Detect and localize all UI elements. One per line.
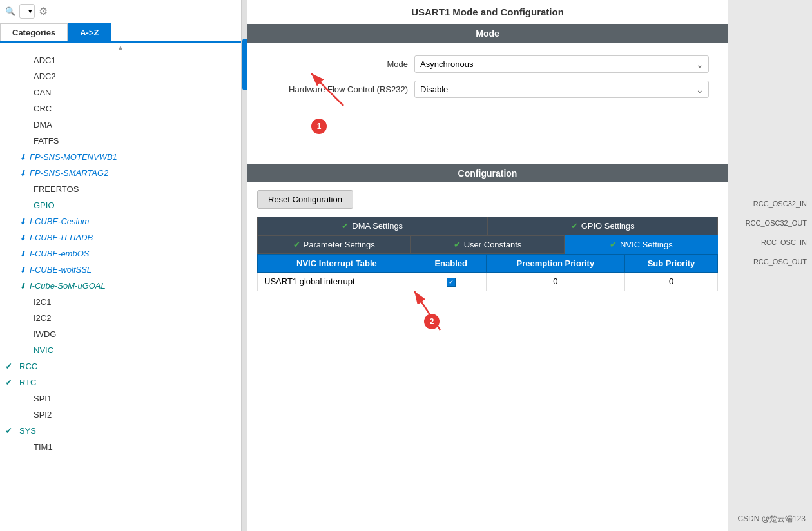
sidebar-item-label: FATFS [34,136,59,146]
sidebar-item-label: GPIO [34,200,55,210]
sidebar-item-icube-wolfssl[interactable]: ⬇ I-CUBE-wolfSSL [0,262,241,278]
mode-select[interactable]: Asynchronous Synchronous Disabled [414,55,709,73]
reset-configuration-button[interactable]: Reset Configuration [257,190,353,209]
search-icon: 🔍 [5,6,15,16]
sidebar-item-label: SPI2 [34,410,52,420]
download-icon: ⬇ [19,169,26,178]
tab-label: User Constants [464,240,522,249]
check-icon: ✔ [342,221,349,231]
config-tab-row-1: ✔ DMA Settings ✔ GPIO Settings [257,217,718,235]
tab-label: GPIO Settings [581,221,635,231]
sidebar-item-adc1[interactable]: ADC1 [0,52,241,68]
config-section-header: Configuration [247,164,728,182]
tab-user-constants[interactable]: ✔ User Constants [411,235,564,254]
sidebar-item-can[interactable]: CAN [0,84,241,101]
sidebar-item-label: I2C1 [34,297,51,307]
tab-label: NVIC Settings [620,240,673,249]
check-placeholder [19,329,30,339]
sidebar-item-label: I-CUBE-ITTIADB [30,233,93,242]
download-icon: ⬇ [19,282,26,291]
sidebar-item-label: ADC1 [34,55,56,65]
check-placeholder [19,104,30,113]
main-content: USART1 Mode and Configuration Mode Mode … [247,0,728,531]
tab-parameter-settings[interactable]: ✔ Parameter Settings [257,235,411,254]
sidebar-item-icube-embos[interactable]: ⬇ I-CUBE-embOS [0,246,241,262]
hw-flow-select-wrap: Disable Enable [414,81,709,98]
nvic-sub-cell: 0 [625,273,718,291]
check-placeholder [19,55,30,65]
mode-section-header: Mode [247,24,728,43]
download-icon: ⬇ [19,266,26,275]
sidebar-item-iwdg[interactable]: IWDG [0,326,241,342]
sidebar-item-fp-sns-1[interactable]: ⬇ FP-SNS-MOTENVWB1 [0,149,241,165]
sidebar-item-adc2[interactable]: ADC2 [0,68,241,84]
nvic-col-sub: Sub Priority [625,255,718,273]
download-icon: ⬇ [19,217,26,226]
sidebar-item-label: RTC [19,378,36,387]
check-placeholder [19,200,30,210]
gear-icon[interactable]: ⚙ [39,5,48,17]
csdn-watermark: CSDN @楚云端123 [737,514,806,525]
search-bar: 🔍 ⚙ [0,0,241,23]
search-dropdown[interactable] [19,4,35,19]
sidebar-item-label: DMA [34,120,52,130]
nvic-table-row: USART1 global interrupt ✓ 0 0 [258,273,718,291]
annotation-1: 1 [311,119,327,134]
sidebar-item-dma[interactable]: DMA [0,117,241,133]
scroll-up-arrow[interactable]: ▲ [0,43,241,52]
sidebar-item-label: SYS [19,426,36,436]
tab-categories[interactable]: Categories [0,23,68,41]
tab-az[interactable]: A->Z [68,23,111,41]
sidebar-item-label: CAN [34,88,51,97]
annotation-2: 2 [424,314,440,329]
tab-label: Parameter Settings [304,240,375,249]
sidebar-item-icube-som[interactable]: ⬇ I-Cube-SoM-uGOAL [0,278,241,294]
right-label-rcc-osc32-out: RCC_OSC32_OUT [746,219,807,227]
check-placeholder [19,394,30,403]
sidebar-item-i2c2[interactable]: I2C2 [0,310,241,326]
sidebar-item-gpio[interactable]: GPIO [0,197,241,213]
sidebar-item-label: FP-SNS-SMARTAG2 [30,168,108,178]
hw-flow-select[interactable]: Disable Enable [414,81,709,98]
scrollbar[interactable] [242,0,247,531]
sidebar-item-freertos[interactable]: FREERTOS [0,181,241,197]
tab-gpio-settings[interactable]: ✔ GPIO Settings [488,217,719,235]
mode-section: Mode Asynchronous Synchronous Disabled H… [247,43,728,164]
sidebar-item-spi2[interactable]: SPI2 [0,407,241,423]
annotation-area-1: 1 [266,106,709,144]
sidebar-item-fp-sns-2[interactable]: ⬇ FP-SNS-SMARTAG2 [0,165,241,181]
sidebar-item-crc[interactable]: CRC [0,101,241,117]
sidebar-item-sys[interactable]: ✓ SYS [0,423,241,439]
sidebar-item-label: RCC [19,362,37,371]
tab-nvic-settings[interactable]: ✔ NVIC Settings [565,235,718,254]
search-dropdown-wrap [19,4,35,19]
nvic-preemption-cell: 0 [486,273,624,291]
sidebar-item-tim1[interactable]: TIM1 [0,439,241,455]
sidebar-item-i2c1[interactable]: I2C1 [0,294,241,310]
sidebar-item-icube-cesium[interactable]: ⬇ I-CUBE-Cesium [0,213,241,229]
sidebar-item-nvic[interactable]: NVIC [0,342,241,358]
check-placeholder [19,184,30,194]
tab-dma-settings[interactable]: ✔ DMA Settings [257,217,488,235]
sidebar-item-label: TIM1 [34,442,53,452]
sidebar-item-rtc[interactable]: ✓ RTC [0,374,241,391]
check-placeholder [19,313,30,323]
tab-label: DMA Settings [352,221,403,231]
right-panel: RCC_OSC32_IN RCC_OSC32_OUT RCC_OSC_IN RC… [728,0,812,531]
download-icon: ⬇ [19,249,26,258]
check-placeholder [19,345,30,355]
sidebar-item-spi1[interactable]: SPI1 [0,391,241,407]
download-icon: ⬇ [19,233,26,242]
check-icon-sys: ✓ [5,426,15,436]
check-icon-rcc: ✓ [5,362,15,371]
sidebar-item-fatfs[interactable]: FATFS [0,133,241,149]
sidebar-item-icube-ittiadb[interactable]: ⬇ I-CUBE-ITTIADB [0,229,241,246]
check-placeholder [19,297,30,307]
sidebar-item-rcc[interactable]: ✓ RCC [0,358,241,374]
check-icon: ✔ [293,240,300,249]
annotation-arrow-1 [305,67,382,112]
check-placeholder [19,72,30,81]
sidebar-list: ADC1 ADC2 CAN CRC DMA FATFS ⬇ [0,52,241,531]
nvic-col-preemption: Preemption Priority [486,255,624,273]
nvic-table: NVIC Interrupt Table Enabled Preemption … [257,254,718,291]
